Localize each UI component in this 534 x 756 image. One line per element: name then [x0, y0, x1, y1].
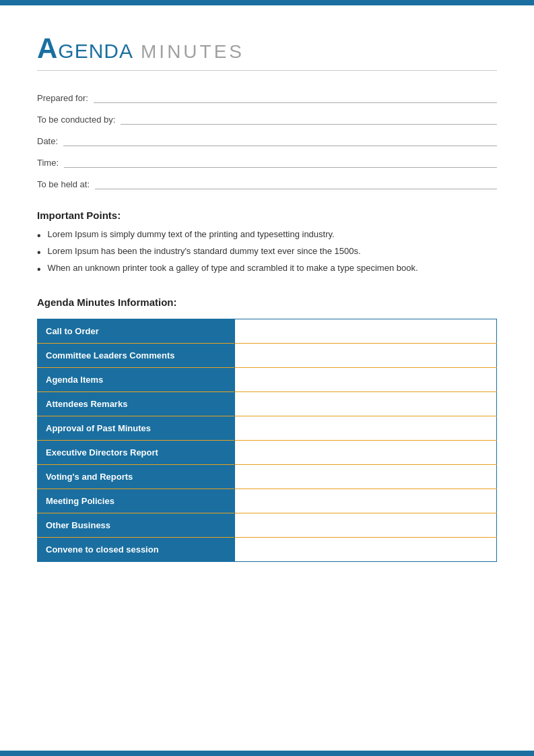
agenda-item-notes[interactable]: [235, 367, 497, 391]
conducted-by-line: [121, 113, 497, 125]
agenda-item-notes[interactable]: [235, 440, 497, 464]
agenda-item-label: Approval of Past Minutes: [38, 416, 235, 440]
agenda-info-section: Agenda Minutes Information: Call to Orde…: [37, 296, 497, 562]
minutes-label: MINUTES: [141, 41, 244, 62]
list-item: Lorem Ipsum is simply dummy text of the …: [37, 229, 497, 242]
important-points-section: Important Points: Lorem Ipsum is simply …: [37, 210, 497, 276]
agenda-item-label: Attendees Remarks: [38, 391, 235, 416]
agenda-table: Call to OrderCommittee Leaders CommentsA…: [37, 319, 497, 562]
held-at-line: [95, 177, 497, 189]
agenda-letter: A: [37, 32, 58, 64]
agenda-item-label: Call to Order: [38, 319, 235, 343]
agenda-item-notes[interactable]: [235, 343, 497, 367]
agenda-rest: GENDA: [58, 40, 133, 62]
agenda-item-notes[interactable]: [235, 416, 497, 440]
bottom-bar: [0, 751, 534, 756]
agenda-item-label: Convene to closed session: [38, 537, 235, 561]
date-line: [63, 134, 497, 146]
agenda-item-notes[interactable]: [235, 513, 497, 537]
agenda-item-label: Executive Directors Report: [38, 440, 235, 464]
agenda-item-notes[interactable]: [235, 537, 497, 561]
time-label: Time:: [37, 158, 59, 168]
table-row: Call to Order: [38, 319, 497, 343]
conducted-by-row: To be conducted by:: [37, 113, 497, 125]
prepared-for-label: Prepared for:: [37, 93, 88, 103]
table-row: Other Business: [38, 513, 497, 537]
date-label: Date:: [37, 136, 58, 146]
list-item: When an unknown printer took a galley of…: [37, 263, 497, 276]
table-row: Meeting Policies: [38, 489, 497, 513]
table-row: Convene to closed session: [38, 537, 497, 561]
held-at-row: To be held at:: [37, 177, 497, 189]
agenda-item-label: Other Business: [38, 513, 235, 537]
form-section: Prepared for: To be conducted by: Date: …: [37, 91, 497, 189]
title-divider: [37, 70, 497, 71]
agenda-item-label: Agenda Items: [38, 367, 235, 391]
agenda-item-notes[interactable]: [235, 489, 497, 513]
held-at-label: To be held at:: [37, 179, 90, 189]
important-points-list: Lorem Ipsum is simply dummy text of the …: [37, 229, 497, 276]
agenda-item-notes[interactable]: [235, 319, 497, 343]
list-item: Lorem Ipsum has been the industry's stan…: [37, 246, 497, 259]
table-row: Attendees Remarks: [38, 391, 497, 416]
date-row: Date:: [37, 134, 497, 146]
agenda-item-label: Voting's and Reports: [38, 464, 235, 489]
prepared-for-line: [94, 91, 497, 103]
time-row: Time:: [37, 156, 497, 168]
conducted-by-label: To be conducted by:: [37, 115, 115, 125]
prepared-for-row: Prepared for:: [37, 91, 497, 103]
table-row: Committee Leaders Comments: [38, 343, 497, 367]
title-section: AGENDA MINUTES: [37, 32, 497, 71]
table-row: Agenda Items: [38, 367, 497, 391]
agenda-item-label: Meeting Policies: [38, 489, 235, 513]
table-row: Executive Directors Report: [38, 440, 497, 464]
time-line: [64, 156, 497, 168]
agenda-info-heading: Agenda Minutes Information:: [37, 296, 497, 308]
agenda-item-notes[interactable]: [235, 391, 497, 416]
table-row: Voting's and Reports: [38, 464, 497, 489]
important-points-heading: Important Points:: [37, 210, 497, 221]
table-row: Approval of Past Minutes: [38, 416, 497, 440]
agenda-item-label: Committee Leaders Comments: [38, 343, 235, 367]
top-bar: [0, 0, 534, 5]
agenda-item-notes[interactable]: [235, 464, 497, 489]
